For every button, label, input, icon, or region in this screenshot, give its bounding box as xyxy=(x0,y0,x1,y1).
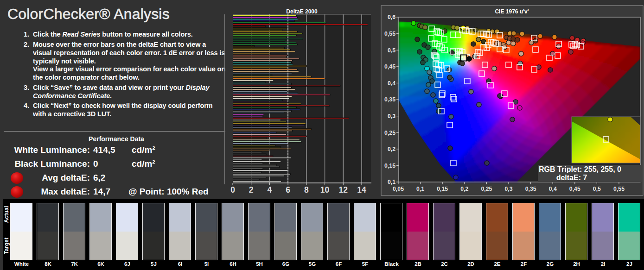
svg-text:0,15: 0,15 xyxy=(437,186,448,192)
svg-text:0,05: 0,05 xyxy=(393,186,404,192)
svg-text:0,35: 0,35 xyxy=(525,186,536,192)
svg-text:10: 10 xyxy=(320,185,330,195)
svg-text:8: 8 xyxy=(304,185,309,195)
svg-text:CIE 1976 u'v': CIE 1976 u'v' xyxy=(495,8,529,15)
svg-text:DeltaE 2000: DeltaE 2000 xyxy=(286,8,318,15)
svg-text:0,2: 0,2 xyxy=(388,146,395,152)
svg-text:0,2: 0,2 xyxy=(460,186,468,192)
svg-text:0,1: 0,1 xyxy=(388,179,395,185)
svg-text:0: 0 xyxy=(230,185,235,195)
svg-text:RGB Triplet: 255, 255, 0: RGB Triplet: 255, 255, 0 xyxy=(539,165,621,173)
svg-text:0,55: 0,55 xyxy=(384,31,395,37)
svg-text:2: 2 xyxy=(249,185,254,195)
svg-text:0,15: 0,15 xyxy=(384,163,395,169)
svg-text:0,1: 0,1 xyxy=(416,186,424,192)
svg-text:0,5: 0,5 xyxy=(388,47,395,54)
svg-text:4: 4 xyxy=(268,185,272,195)
svg-text:0,25: 0,25 xyxy=(481,186,492,192)
svg-text:0,25: 0,25 xyxy=(384,130,395,136)
svg-text:0,45: 0,45 xyxy=(384,63,395,70)
svg-text:0,4: 0,4 xyxy=(549,186,557,192)
svg-text:0,35: 0,35 xyxy=(384,96,395,103)
svg-text:0,4: 0,4 xyxy=(388,80,395,87)
svg-text:deltaE: 7: deltaE: 7 xyxy=(556,174,587,182)
svg-text:0,5: 0,5 xyxy=(593,186,601,192)
svg-text:14: 14 xyxy=(357,185,366,195)
svg-text:0,3: 0,3 xyxy=(388,113,395,119)
svg-text:0,55: 0,55 xyxy=(613,186,625,192)
svg-text:12: 12 xyxy=(339,185,348,195)
svg-text:0,6: 0,6 xyxy=(388,14,395,20)
svg-text:0,3: 0,3 xyxy=(504,186,512,192)
svg-text:6: 6 xyxy=(286,185,290,195)
svg-text:0,45: 0,45 xyxy=(569,186,580,192)
